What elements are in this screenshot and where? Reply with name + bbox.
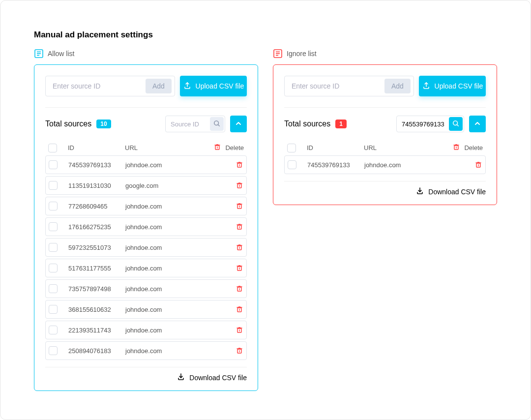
row-checkbox[interactable]: [49, 326, 58, 334]
row-delete-button[interactable]: [236, 285, 243, 293]
allow-table-head: ID URL Delete: [45, 140, 247, 155]
allow-search-button[interactable]: [210, 117, 224, 131]
table-row: 221393511743 johndoe.com: [45, 321, 247, 339]
table-row: 113519131030 google.com: [45, 176, 247, 195]
list-icon: [34, 49, 44, 59]
row-checkbox[interactable]: [49, 243, 58, 252]
allow-header-label: Allow list: [48, 50, 74, 58]
allow-column: Allow list Add: [34, 49, 258, 391]
row-url: johndoe.com: [125, 327, 206, 334]
allow-header: Allow list: [34, 49, 258, 59]
total-sources-label: Total sources: [284, 120, 330, 128]
row-checkbox[interactable]: [49, 264, 58, 272]
row-delete-button[interactable]: [236, 243, 243, 251]
row-id: 735757897498: [68, 285, 125, 293]
ignore-count-badge: 1: [335, 120, 347, 128]
allow-search-group: [165, 116, 225, 132]
table-row: 176166275235 johndoe.com: [45, 217, 247, 236]
upload-icon: [183, 81, 192, 91]
col-url: URL: [125, 144, 206, 151]
ignore-search-input[interactable]: [397, 120, 449, 128]
allow-summary: Total sources 10: [45, 116, 247, 132]
allow-source-id-input[interactable]: [46, 82, 146, 90]
allow-upload-label: Upload CSV file: [196, 82, 244, 90]
allow-upload-button[interactable]: Upload CSV file: [180, 76, 247, 96]
ignore-header: Ignore list: [273, 49, 497, 59]
row-checkbox[interactable]: [49, 305, 58, 314]
ignore-table-head: ID URL Delete: [284, 140, 486, 155]
svg-line-33: [457, 124, 458, 126]
download-label: Download CSV file: [189, 374, 247, 382]
allow-panel: Add Upload CSV file: [34, 64, 258, 391]
row-url: johndoe.com: [125, 347, 206, 355]
allow-download[interactable]: Download CSV file: [45, 367, 247, 385]
table-row: 745539769133 johndoe.com: [284, 155, 486, 174]
ignore-upload-label: Upload CSV file: [435, 82, 483, 90]
table-row: 517631177555 johndoe.com: [45, 259, 247, 277]
ignore-search-button[interactable]: [449, 117, 463, 131]
row-delete-button[interactable]: [236, 181, 243, 189]
page-title: Manual ad placement settings: [34, 30, 497, 40]
search-icon: [213, 120, 220, 128]
row-checkbox[interactable]: [49, 202, 58, 210]
row-url: johndoe.com: [125, 306, 206, 313]
table-row: 597232551073 johndoe.com: [45, 238, 247, 257]
row-delete-button[interactable]: [236, 264, 243, 272]
row-id: 250894076183: [68, 347, 125, 355]
row-delete-button[interactable]: [236, 326, 243, 334]
row-delete-button[interactable]: [236, 161, 243, 169]
allow-select-all-checkbox[interactable]: [48, 144, 57, 152]
col-url: URL: [364, 144, 445, 151]
row-url: johndoe.com: [125, 223, 206, 231]
row-url: johndoe.com: [125, 203, 206, 210]
allow-add-button[interactable]: Add: [146, 79, 172, 93]
allow-search-input[interactable]: [166, 120, 210, 128]
ignore-source-id-input[interactable]: [285, 82, 384, 90]
row-checkbox[interactable]: [288, 160, 296, 169]
row-checkbox[interactable]: [49, 222, 58, 231]
allow-add-group: Add: [45, 76, 175, 96]
row-id: 176166275235: [68, 223, 125, 231]
delete-label: Delete: [464, 144, 483, 151]
ignore-collapse-button[interactable]: [469, 116, 486, 132]
row-url: johndoe.com: [125, 265, 206, 272]
allow-collapse-button[interactable]: [230, 116, 247, 132]
ignore-download[interactable]: Download CSV file: [284, 181, 486, 199]
row-id: 597232551073: [68, 244, 125, 251]
row-url: johndoe.com: [125, 244, 206, 251]
row-checkbox[interactable]: [49, 346, 58, 355]
ignore-add-button[interactable]: Add: [384, 79, 411, 93]
col-delete: Delete: [206, 143, 244, 152]
table-row: 745539769133 johndoe.com: [45, 155, 247, 174]
allow-count-badge: 10: [96, 120, 111, 128]
ignore-column: Ignore list Add: [273, 49, 497, 391]
trash-icon: [452, 143, 460, 152]
table-row: 250894076183 johndoe.com: [45, 341, 247, 360]
row-checkbox[interactable]: [49, 284, 58, 293]
download-label: Download CSV file: [428, 188, 486, 196]
row-delete-button[interactable]: [474, 161, 482, 169]
chevron-up-icon: [474, 120, 481, 128]
row-delete-button[interactable]: [236, 347, 243, 355]
row-checkbox[interactable]: [49, 181, 58, 190]
row-delete-button[interactable]: [236, 305, 243, 313]
ignore-select-all-checkbox[interactable]: [287, 144, 296, 152]
row-id: 745539769133: [307, 161, 364, 169]
chevron-up-icon: [235, 120, 242, 128]
ignore-header-label: Ignore list: [287, 50, 317, 58]
row-checkbox[interactable]: [49, 160, 58, 169]
download-icon: [177, 372, 185, 383]
row-url: google.com: [125, 182, 206, 189]
download-icon: [415, 186, 424, 197]
row-id: 517631177555: [68, 265, 125, 272]
ignore-summary: Total sources 1: [284, 116, 486, 132]
ignore-top-actions: Add Upload CSV file: [284, 76, 486, 108]
row-url: johndoe.com: [125, 161, 206, 169]
row-delete-button[interactable]: [236, 202, 243, 210]
row-delete-button[interactable]: [236, 223, 243, 231]
search-icon: [452, 120, 459, 128]
row-url: johndoe.com: [125, 285, 206, 293]
ignore-upload-button[interactable]: Upload CSV file: [419, 76, 486, 96]
svg-line-5: [218, 124, 219, 126]
ignore-search-group: [396, 116, 464, 132]
